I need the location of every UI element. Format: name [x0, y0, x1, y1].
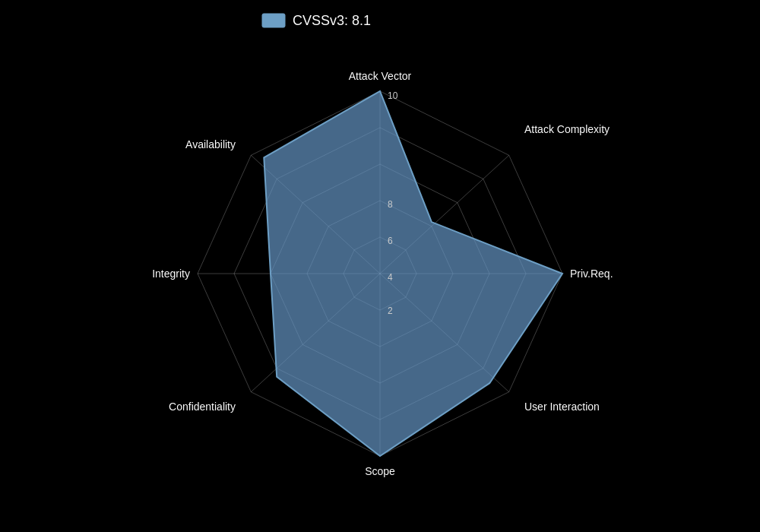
grid-label-6: 6	[388, 236, 393, 246]
label-attack-complexity: Attack Complexity	[524, 123, 610, 135]
radar-chart: CVSSv3: 8.1	[0, 0, 760, 532]
grid-label-8: 8	[388, 199, 393, 210]
grid-label-10: 10	[388, 90, 398, 101]
legend-color-box	[262, 14, 285, 27]
label-user-interaction: User Interaction	[524, 401, 600, 413]
label-confidentiality: Confidentiality	[169, 401, 236, 413]
label-availability: Availability	[185, 138, 236, 150]
legend-label: CVSSv3: 8.1	[293, 13, 371, 28]
chart-container: CVSSv3: 8.1	[0, 0, 760, 532]
label-scope: Scope	[365, 465, 395, 477]
label-priv-req: Priv.Req.	[570, 268, 613, 280]
grid-label-4: 4	[388, 272, 393, 283]
grid-label-2: 2	[388, 306, 393, 316]
label-integrity: Integrity	[152, 268, 190, 280]
radar-data-polygon	[264, 91, 562, 456]
label-attack-vector: Attack Vector	[349, 70, 412, 82]
